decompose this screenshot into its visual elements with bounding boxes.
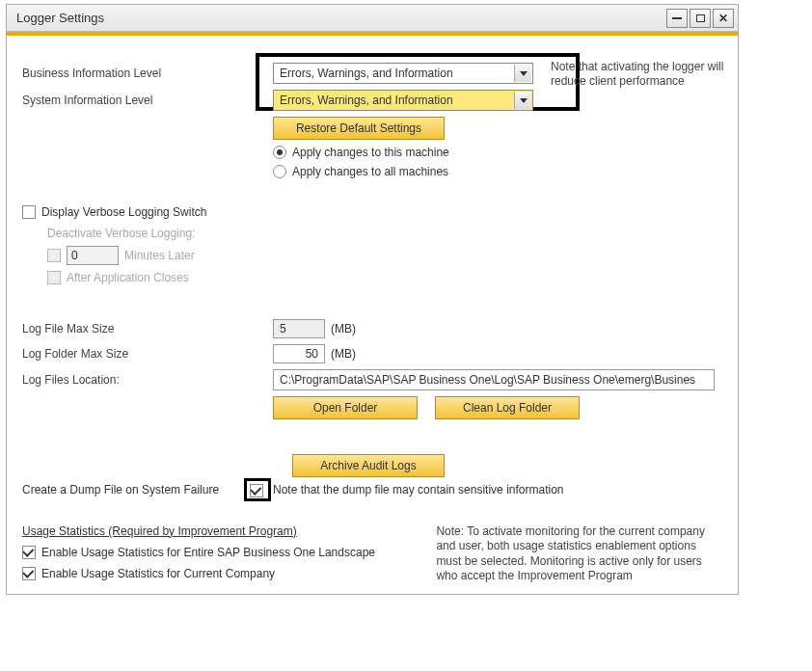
label-after-app-closes: After Application Closes: [67, 271, 189, 284]
usage-statistics-header: Usage Statistics (Required by Improvemen…: [22, 524, 413, 538]
open-folder-button[interactable]: Open Folder: [273, 396, 418, 419]
log-folder-max-input[interactable]: 50: [273, 344, 325, 363]
label-business-info: Business Information Level: [22, 67, 273, 80]
checkbox-display-verbose[interactable]: Display Verbose Logging Switch: [22, 205, 722, 219]
system-info-value: Errors, Warnings, and Information: [280, 94, 453, 107]
checkbox-label: Display Verbose Logging Switch: [41, 205, 206, 219]
clean-log-folder-button[interactable]: Clean Log Folder: [435, 396, 580, 419]
close-button[interactable]: ✕: [713, 9, 734, 28]
logger-settings-window: Logger Settings ✕ Business Information L…: [6, 4, 739, 595]
label-mb: (MB): [331, 347, 356, 361]
log-file-max-input[interactable]: 5: [273, 319, 325, 338]
label-log-file-max: Log File Max Size: [22, 322, 273, 336]
label-create-dump: Create a Dump File on System Failure: [22, 483, 250, 497]
log-files-location-input[interactable]: C:\ProgramData\SAP\SAP Business One\Log\…: [273, 369, 715, 390]
checkbox-enable-entire-landscape[interactable]: Enable Usage Statistics for Entire SAP B…: [22, 546, 413, 559]
minutes-input[interactable]: 0: [67, 246, 119, 265]
checkbox-icon: [22, 546, 36, 559]
row-apply-this: Apply changes to this machine: [22, 146, 722, 159]
checkbox-icon: [22, 567, 36, 580]
usage-statistics-section: Usage Statistics (Required by Improvemen…: [22, 524, 722, 584]
minimize-button[interactable]: [666, 9, 688, 28]
checkbox-icon: [22, 205, 36, 219]
window-title: Logger Settings: [16, 11, 104, 25]
dump-warning-note: Note that the dump file may contain sens…: [273, 483, 564, 497]
checkbox-label: Enable Usage Statistics for Current Comp…: [41, 567, 275, 580]
row-business-info: Business Information Level Errors, Warni…: [22, 63, 722, 84]
maximize-icon: [696, 14, 705, 22]
radio-apply-this-machine[interactable]: Apply changes to this machine: [273, 146, 449, 159]
label-system-info: System Information Level: [22, 94, 273, 107]
row-minutes-later: 0 Minutes Later: [47, 246, 722, 265]
label-minutes-later: Minutes Later: [124, 249, 195, 262]
close-icon: ✕: [718, 12, 728, 25]
minimize-icon: [672, 17, 682, 19]
row-log-file-max: Log File Max Size 5 (MB): [22, 319, 722, 338]
checkbox-enable-current-company[interactable]: Enable Usage Statistics for Current Comp…: [22, 567, 413, 580]
checkbox-create-dump[interactable]: [250, 484, 263, 497]
logger-performance-note: Note that activating the logger will red…: [551, 60, 734, 89]
radio-icon: [273, 146, 286, 159]
label-mb: (MB): [331, 322, 356, 336]
business-info-value: Errors, Warnings, and Information: [280, 67, 453, 80]
row-apply-all: Apply changes to all machines: [22, 165, 722, 178]
checkbox-label: Enable Usage Statistics for Entire SAP B…: [41, 546, 375, 559]
radio-icon: [273, 165, 286, 178]
maximize-button[interactable]: [690, 9, 711, 28]
checkbox-icon: [47, 249, 61, 262]
chevron-down-icon: [514, 92, 531, 109]
label-deactivate-verbose: Deactivate Verbose Logging:: [47, 227, 722, 240]
window-controls: ✕: [666, 9, 734, 28]
verbose-subsection: Deactivate Verbose Logging: 0 Minutes La…: [47, 227, 722, 284]
row-restore: Restore Default Settings: [22, 117, 722, 140]
chevron-down-icon: [514, 65, 531, 82]
titlebar: Logger Settings ✕: [7, 5, 738, 32]
system-info-select[interactable]: Errors, Warnings, and Information: [273, 90, 533, 111]
business-info-select[interactable]: Errors, Warnings, and Information: [273, 63, 533, 84]
radio-label: Apply changes to all machines: [292, 165, 448, 178]
row-log-files-location: Log Files Location: C:\ProgramData\SAP\S…: [22, 369, 722, 390]
radio-label: Apply changes to this machine: [292, 146, 449, 159]
label-log-folder-max: Log Folder Max Size: [22, 347, 273, 361]
content-area: Business Information Level Errors, Warni…: [7, 36, 738, 594]
row-folder-buttons: Open Folder Clean Log Folder: [22, 396, 722, 419]
row-archive: Archive Audit Logs: [22, 454, 722, 477]
row-create-dump: Create a Dump File on System Failure Not…: [22, 483, 722, 497]
checkbox-icon: [47, 271, 61, 284]
monitoring-note: Note: To activate monitoring for the cur…: [436, 524, 722, 584]
checkbox-after-app-closes: After Application Closes: [47, 271, 722, 284]
label-log-files-location: Log Files Location:: [22, 373, 273, 387]
archive-audit-logs-button[interactable]: Archive Audit Logs: [292, 454, 445, 477]
restore-default-button[interactable]: Restore Default Settings: [273, 117, 445, 140]
radio-apply-all-machines[interactable]: Apply changes to all machines: [273, 165, 448, 178]
row-log-folder-max: Log Folder Max Size 50 (MB): [22, 344, 722, 363]
row-system-info: System Information Level Errors, Warning…: [22, 90, 722, 111]
